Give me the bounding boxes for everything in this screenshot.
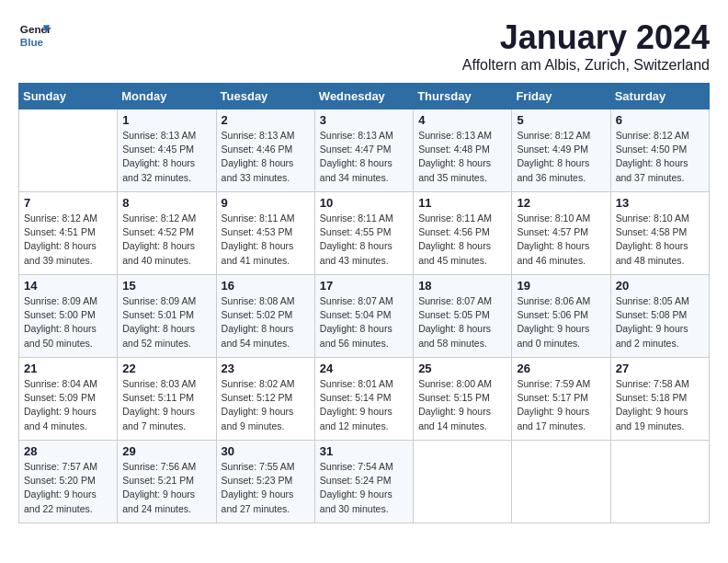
day-number: 13 bbox=[616, 196, 704, 210]
table-row: 26Sunrise: 7:59 AMSunset: 5:17 PMDayligh… bbox=[512, 358, 610, 441]
table-row: 17Sunrise: 8:07 AMSunset: 5:04 PMDayligh… bbox=[314, 275, 413, 358]
day-number: 19 bbox=[517, 279, 605, 293]
logo-icon: General Blue bbox=[18, 18, 51, 52]
day-number: 26 bbox=[517, 362, 605, 375]
day-info: Sunrise: 8:12 AMSunset: 4:50 PMDaylight:… bbox=[616, 129, 704, 185]
day-info: Sunrise: 8:13 AMSunset: 4:47 PMDaylight:… bbox=[320, 129, 408, 185]
table-row: 5Sunrise: 8:12 AMSunset: 4:49 PMDaylight… bbox=[512, 109, 610, 192]
day-number: 28 bbox=[24, 444, 112, 458]
week-row-5: 28Sunrise: 7:57 AMSunset: 5:20 PMDayligh… bbox=[19, 441, 710, 523]
day-info: Sunrise: 8:13 AMSunset: 4:45 PMDaylight:… bbox=[122, 129, 210, 185]
day-number: 12 bbox=[517, 196, 605, 210]
header-sunday: Sunday bbox=[19, 84, 118, 109]
day-number: 20 bbox=[616, 279, 704, 293]
day-info: Sunrise: 8:11 AMSunset: 4:56 PMDaylight:… bbox=[418, 212, 506, 268]
table-row: 25Sunrise: 8:00 AMSunset: 5:15 PMDayligh… bbox=[414, 358, 512, 441]
day-info: Sunrise: 8:07 AMSunset: 5:04 PMDaylight:… bbox=[320, 294, 408, 350]
table-row: 8Sunrise: 8:12 AMSunset: 4:52 PMDaylight… bbox=[118, 192, 216, 275]
table-row: 23Sunrise: 8:02 AMSunset: 5:12 PMDayligh… bbox=[216, 358, 314, 441]
day-number: 6 bbox=[616, 113, 704, 127]
table-row: 30Sunrise: 7:55 AMSunset: 5:23 PMDayligh… bbox=[216, 441, 314, 523]
table-row: 4Sunrise: 8:13 AMSunset: 4:48 PMDaylight… bbox=[414, 109, 512, 192]
day-info: Sunrise: 7:55 AMSunset: 5:23 PMDaylight:… bbox=[222, 460, 310, 516]
table-row bbox=[414, 441, 512, 523]
day-info: Sunrise: 8:12 AMSunset: 4:51 PMDaylight:… bbox=[24, 212, 112, 268]
table-row: 1Sunrise: 8:13 AMSunset: 4:45 PMDaylight… bbox=[118, 109, 216, 192]
day-number: 3 bbox=[320, 113, 408, 127]
day-info: Sunrise: 8:11 AMSunset: 4:55 PMDaylight:… bbox=[320, 212, 408, 268]
day-info: Sunrise: 8:07 AMSunset: 5:05 PMDaylight:… bbox=[418, 294, 506, 350]
day-info: Sunrise: 7:57 AMSunset: 5:20 PMDaylight:… bbox=[24, 460, 112, 516]
day-info: Sunrise: 8:00 AMSunset: 5:15 PMDaylight:… bbox=[418, 377, 506, 433]
day-info: Sunrise: 8:10 AMSunset: 4:57 PMDaylight:… bbox=[517, 212, 605, 268]
day-number: 24 bbox=[320, 362, 408, 375]
day-number: 14 bbox=[24, 279, 112, 293]
week-row-4: 21Sunrise: 8:04 AMSunset: 5:09 PMDayligh… bbox=[19, 358, 710, 441]
day-number: 27 bbox=[616, 362, 704, 375]
title-area: January 2024 Affoltern am Albis, Zurich,… bbox=[462, 18, 710, 74]
table-row: 18Sunrise: 8:07 AMSunset: 5:05 PMDayligh… bbox=[414, 275, 512, 358]
table-row: 21Sunrise: 8:04 AMSunset: 5:09 PMDayligh… bbox=[19, 358, 118, 441]
day-info: Sunrise: 8:09 AMSunset: 5:00 PMDaylight:… bbox=[24, 294, 112, 350]
logo: General Blue bbox=[18, 18, 51, 52]
day-info: Sunrise: 7:56 AMSunset: 5:21 PMDaylight:… bbox=[122, 460, 210, 516]
day-number: 17 bbox=[320, 279, 408, 293]
header-saturday: Saturday bbox=[610, 84, 709, 109]
table-row: 16Sunrise: 8:08 AMSunset: 5:02 PMDayligh… bbox=[216, 275, 314, 358]
table-row: 20Sunrise: 8:05 AMSunset: 5:08 PMDayligh… bbox=[610, 275, 709, 358]
day-number: 18 bbox=[418, 279, 506, 293]
table-row: 11Sunrise: 8:11 AMSunset: 4:56 PMDayligh… bbox=[414, 192, 512, 275]
day-info: Sunrise: 8:11 AMSunset: 4:53 PMDaylight:… bbox=[222, 212, 310, 268]
day-info: Sunrise: 7:58 AMSunset: 5:18 PMDaylight:… bbox=[616, 377, 704, 433]
day-number: 9 bbox=[222, 196, 310, 210]
week-row-1: 1Sunrise: 8:13 AMSunset: 4:45 PMDaylight… bbox=[19, 109, 710, 192]
day-number: 5 bbox=[517, 113, 605, 127]
day-info: Sunrise: 8:08 AMSunset: 5:02 PMDaylight:… bbox=[222, 294, 310, 350]
week-row-2: 7Sunrise: 8:12 AMSunset: 4:51 PMDaylight… bbox=[19, 192, 710, 275]
day-number: 31 bbox=[320, 444, 408, 458]
day-number: 4 bbox=[418, 113, 506, 127]
header-friday: Friday bbox=[512, 84, 610, 109]
table-row: 2Sunrise: 8:13 AMSunset: 4:46 PMDaylight… bbox=[216, 109, 314, 192]
day-info: Sunrise: 8:06 AMSunset: 5:06 PMDaylight:… bbox=[517, 294, 605, 350]
table-row: 22Sunrise: 8:03 AMSunset: 5:11 PMDayligh… bbox=[118, 358, 216, 441]
day-number: 7 bbox=[24, 196, 112, 210]
day-info: Sunrise: 8:12 AMSunset: 4:52 PMDaylight:… bbox=[122, 212, 210, 268]
day-info: Sunrise: 8:13 AMSunset: 4:48 PMDaylight:… bbox=[418, 129, 506, 185]
day-info: Sunrise: 8:05 AMSunset: 5:08 PMDaylight:… bbox=[616, 294, 704, 350]
table-row: 29Sunrise: 7:56 AMSunset: 5:21 PMDayligh… bbox=[118, 441, 216, 523]
day-number: 25 bbox=[418, 362, 506, 375]
day-info: Sunrise: 7:54 AMSunset: 5:24 PMDaylight:… bbox=[320, 460, 408, 516]
header-thursday: Thursday bbox=[414, 84, 512, 109]
day-info: Sunrise: 8:09 AMSunset: 5:01 PMDaylight:… bbox=[122, 294, 210, 350]
table-row: 10Sunrise: 8:11 AMSunset: 4:55 PMDayligh… bbox=[314, 192, 413, 275]
day-number: 1 bbox=[122, 113, 210, 127]
day-info: Sunrise: 8:02 AMSunset: 5:12 PMDaylight:… bbox=[222, 377, 310, 433]
calendar-table: Sunday Monday Tuesday Wednesday Thursday… bbox=[18, 83, 710, 523]
day-number: 21 bbox=[24, 362, 112, 375]
day-info: Sunrise: 8:03 AMSunset: 5:11 PMDaylight:… bbox=[122, 377, 210, 433]
header-wednesday: Wednesday bbox=[314, 84, 413, 109]
day-number: 2 bbox=[222, 113, 310, 127]
day-info: Sunrise: 7:59 AMSunset: 5:17 PMDaylight:… bbox=[517, 377, 605, 433]
day-info: Sunrise: 8:04 AMSunset: 5:09 PMDaylight:… bbox=[24, 377, 112, 433]
day-number: 30 bbox=[222, 444, 310, 458]
day-number: 29 bbox=[122, 444, 210, 458]
table-row bbox=[610, 441, 709, 523]
table-row: 7Sunrise: 8:12 AMSunset: 4:51 PMDaylight… bbox=[19, 192, 118, 275]
table-row: 28Sunrise: 7:57 AMSunset: 5:20 PMDayligh… bbox=[19, 441, 118, 523]
day-number: 23 bbox=[222, 362, 310, 375]
table-row bbox=[512, 441, 610, 523]
day-info: Sunrise: 8:01 AMSunset: 5:14 PMDaylight:… bbox=[320, 377, 408, 433]
svg-text:Blue: Blue bbox=[20, 36, 44, 48]
day-info: Sunrise: 8:12 AMSunset: 4:49 PMDaylight:… bbox=[517, 129, 605, 185]
calendar-title: January 2024 bbox=[462, 18, 710, 57]
table-row: 19Sunrise: 8:06 AMSunset: 5:06 PMDayligh… bbox=[512, 275, 610, 358]
table-row bbox=[19, 109, 118, 192]
table-row: 12Sunrise: 8:10 AMSunset: 4:57 PMDayligh… bbox=[512, 192, 610, 275]
day-number: 22 bbox=[122, 362, 210, 375]
day-number: 10 bbox=[320, 196, 408, 210]
table-row: 3Sunrise: 8:13 AMSunset: 4:47 PMDaylight… bbox=[314, 109, 413, 192]
table-row: 6Sunrise: 8:12 AMSunset: 4:50 PMDaylight… bbox=[610, 109, 709, 192]
days-header-row: Sunday Monday Tuesday Wednesday Thursday… bbox=[19, 84, 710, 109]
